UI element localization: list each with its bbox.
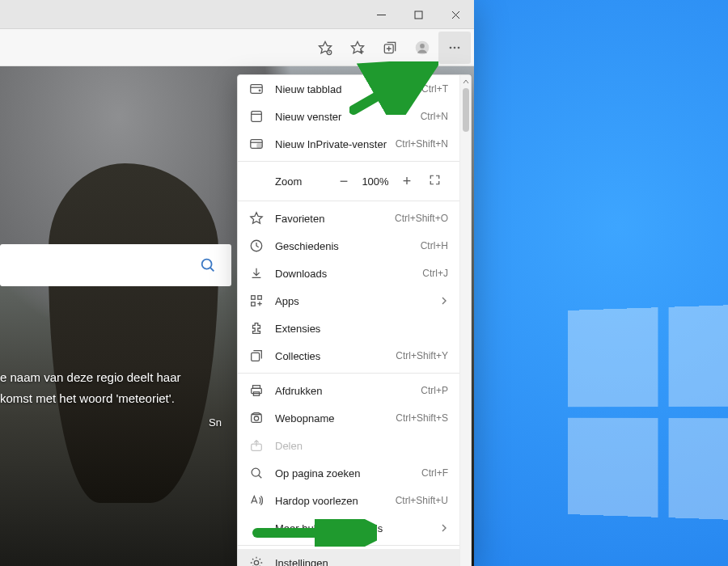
- windows-logo-icon: [568, 304, 728, 522]
- menu-shortcut: Ctrl+J: [422, 268, 448, 279]
- svg-rect-14: [257, 144, 261, 148]
- svg-point-8: [454, 46, 456, 49]
- svg-rect-0: [415, 11, 422, 19]
- menu-label: Nieuw venster: [275, 111, 421, 123]
- svg-point-9: [458, 46, 460, 49]
- window-close-button[interactable]: [437, 0, 474, 29]
- svg-rect-11: [251, 85, 262, 94]
- menu-shortcut: Ctrl+P: [421, 385, 448, 396]
- fullscreen-button[interactable]: [421, 173, 448, 190]
- svg-point-6: [420, 44, 425, 49]
- menu-shortcut: Ctrl+Shift+N: [396, 138, 448, 150]
- scrollbar-thumb[interactable]: [463, 88, 469, 132]
- menu-shortcut: Ctrl+H: [421, 240, 448, 251]
- svg-rect-22: [252, 388, 262, 393]
- menu-label: Nieuw InPrivate-venster: [275, 138, 396, 150]
- browser-toolbar: [0, 29, 474, 66]
- collections-icon: [249, 348, 264, 363]
- zoom-in-button[interactable]: +: [393, 173, 421, 190]
- menu-item-new-window[interactable]: Nieuw venster Ctrl+N: [238, 103, 459, 130]
- feedback-icon[interactable]: [309, 32, 341, 64]
- zoom-label: Zoom: [249, 175, 330, 188]
- apps-icon: [249, 294, 264, 308]
- menu-separator: [238, 373, 459, 374]
- menu-item-favorites[interactable]: Favorieten Ctrl+Shift+O: [238, 205, 459, 232]
- menu-separator: [238, 545, 459, 546]
- menu-label: Afdrukken: [275, 385, 421, 397]
- menu-item-history[interactable]: Geschiedenis Ctrl+H: [238, 232, 459, 260]
- menu-label: Op pagina zoeken: [275, 467, 421, 479]
- svg-point-25: [254, 416, 258, 420]
- caption-line-1: e naam van deze regio deelt haar: [0, 370, 180, 384]
- background-rock-graphic: [49, 163, 218, 503]
- capture-icon: [249, 411, 264, 425]
- menu-item-inprivate[interactable]: Nieuw InPrivate-venster Ctrl+Shift+N: [238, 130, 459, 158]
- snippet-badge: Sn: [209, 416, 222, 429]
- menu-label: Favorieten: [275, 213, 395, 225]
- zoom-out-button[interactable]: −: [330, 173, 358, 190]
- svg-rect-12: [252, 112, 262, 122]
- svg-rect-17: [252, 296, 256, 300]
- download-icon: [249, 266, 264, 281]
- menu-shortcut: Ctrl+N: [421, 111, 448, 122]
- menu-separator: [238, 161, 459, 162]
- star-icon: [249, 211, 264, 226]
- menu-item-read-aloud[interactable]: Hardop voorlezen Ctrl+Shift+U: [238, 487, 459, 514]
- menu-zoom-row: Zoom − 100% +: [238, 165, 459, 197]
- menu-shortcut: Ctrl+T: [421, 83, 448, 95]
- read-aloud-icon: [249, 493, 264, 508]
- new-window-icon: [249, 109, 264, 124]
- new-tab-icon: [249, 82, 264, 96]
- menu-label: Delen: [275, 440, 448, 452]
- menu-shortcut: Ctrl+Shift+S: [396, 412, 448, 424]
- menu-item-downloads[interactable]: Downloads Ctrl+J: [238, 260, 459, 287]
- favorites-icon[interactable]: [341, 32, 374, 64]
- svg-point-28: [254, 560, 258, 564]
- menu-item-new-tab[interactable]: Nieuw tabblad Ctrl+T: [238, 75, 459, 103]
- menu-label: Geschiedenis: [275, 240, 421, 252]
- window-minimize-button[interactable]: [362, 0, 400, 29]
- extensions-icon: [249, 321, 264, 336]
- svg-rect-20: [252, 353, 260, 361]
- history-icon: [249, 239, 264, 253]
- menu-item-find[interactable]: Op pagina zoeken Ctrl+F: [238, 459, 459, 487]
- menu-label: Apps: [275, 295, 440, 307]
- find-icon: [249, 466, 264, 480]
- menu-item-more-tools[interactable]: Meer hulpprogramma's: [238, 514, 459, 542]
- image-caption: e naam van deze regio deelt haar komst m…: [0, 367, 180, 408]
- chevron-right-icon: [440, 522, 448, 534]
- menu-label: Meer hulpprogramma's: [275, 522, 440, 534]
- menu-item-collections[interactable]: Collecties Ctrl+Shift+Y: [238, 342, 459, 370]
- chevron-right-icon: [440, 295, 448, 307]
- scroll-up-icon: [463, 78, 469, 85]
- settings-and-more-menu: Nieuw tabblad Ctrl+T Nieuw venster Ctrl+…: [237, 74, 472, 566]
- profile-avatar-icon[interactable]: [406, 32, 438, 64]
- edge-browser-window: e naam van deze regio deelt haar komst m…: [0, 0, 474, 566]
- menu-scrollbar[interactable]: [459, 75, 471, 566]
- window-maximize-button[interactable]: [400, 0, 437, 29]
- search-box[interactable]: [0, 244, 231, 286]
- gear-icon: [249, 555, 264, 566]
- menu-item-extensions[interactable]: Extensies: [238, 315, 459, 342]
- menu-item-print[interactable]: Afdrukken Ctrl+P: [238, 377, 459, 404]
- svg-rect-19: [252, 302, 256, 306]
- svg-marker-15: [251, 213, 262, 224]
- menu-item-settings[interactable]: Instellingen: [238, 549, 459, 566]
- search-icon: [199, 256, 217, 274]
- zoom-percent: 100%: [358, 175, 393, 188]
- menu-item-web-capture[interactable]: Webopname Ctrl+Shift+S: [238, 404, 459, 432]
- menu-shortcut: Ctrl+Shift+Y: [396, 350, 448, 361]
- caption-line-2: komst met het woord 'meteoriet'.: [0, 391, 175, 405]
- print-icon: [249, 383, 264, 398]
- inprivate-icon: [249, 137, 264, 151]
- menu-label: Extensies: [275, 323, 448, 335]
- window-titlebar: [0, 0, 474, 29]
- svg-rect-18: [258, 296, 262, 300]
- more-menu-button[interactable]: [438, 32, 471, 64]
- blank-icon: [249, 521, 264, 535]
- collections-icon[interactable]: [374, 32, 406, 64]
- menu-label: Hardop voorlezen: [275, 495, 396, 507]
- menu-label: Collecties: [275, 350, 396, 362]
- menu-item-apps[interactable]: Apps: [238, 287, 459, 315]
- menu-item-share: Delen: [238, 432, 459, 459]
